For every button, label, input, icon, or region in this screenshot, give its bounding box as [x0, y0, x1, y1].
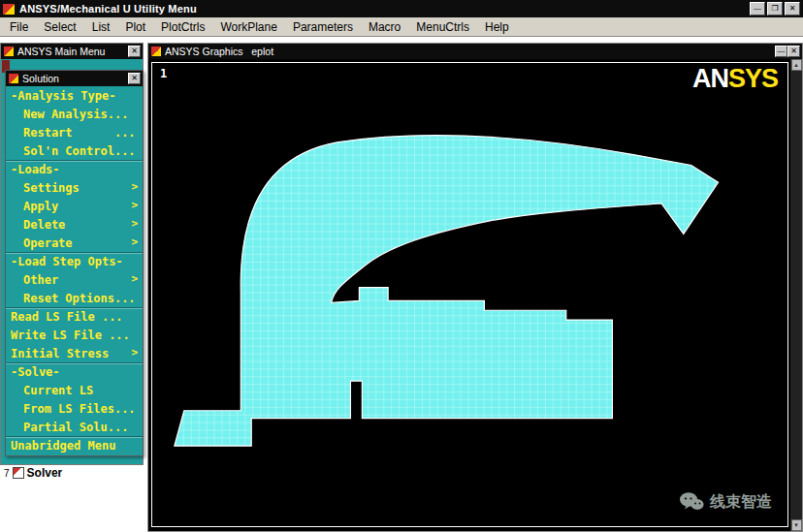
ansys-window-icon	[151, 47, 161, 56]
menu-macro[interactable]: Macro	[361, 18, 408, 36]
menu-plotctrls[interactable]: PlotCtrls	[153, 18, 212, 36]
solution-item-label: Read LS File ...	[11, 310, 123, 324]
solution-item-partial-solu[interactable]: Partial Solu...	[6, 418, 143, 436]
minimize-icon[interactable]: —	[775, 46, 787, 57]
close-icon[interactable]: ✕	[128, 73, 141, 84]
solution-item-apply[interactable]: Apply>	[6, 197, 143, 215]
menu-select[interactable]: Select	[36, 18, 83, 36]
solution-item-label: Other	[23, 273, 58, 287]
menu-file[interactable]: File	[2, 18, 36, 36]
solution-menu-list: -Analysis Type-New Analysis...Restart ..…	[6, 86, 143, 455]
menu-menuctrls[interactable]: MenuCtrls	[408, 18, 477, 36]
solution-titlebar[interactable]: Solution ✕	[6, 71, 143, 86]
graphics-title: ANSYS Graphics eplot	[165, 46, 775, 57]
solution-item-label: Current LS	[23, 384, 93, 397]
menu-bar: FileSelectListPlotPlotCtrlsWorkPlanePara…	[0, 17, 803, 37]
solution-item-new-analysis[interactable]: New Analysis...	[6, 105, 143, 123]
submenu-arrow-icon: >	[131, 180, 138, 193]
plot-id-label: 1	[160, 67, 167, 80]
vertical-scrollbar[interactable]: ▲ ▼	[790, 59, 802, 531]
solver-task-prefix: 7	[4, 468, 10, 479]
solution-item-label: Restart ...	[23, 126, 136, 140]
solver-task-label: Solver	[27, 466, 63, 480]
solution-item-from-ls-files[interactable]: From LS Files...	[6, 399, 143, 418]
solution-item-label: -Load Step Opts-	[11, 255, 123, 268]
main-menu-titlebar[interactable]: ANSYS Main Menu ✕	[1, 44, 143, 59]
utility-window-titlebar[interactable]: ANSYS/Mechanical U Utility Menu — ❒ ✕	[0, 0, 803, 17]
solution-item-restart[interactable]: Restart ...	[6, 123, 143, 141]
solution-item-label: -Analysis Type-	[11, 89, 115, 103]
mesh-plot	[152, 63, 787, 526]
ansys-window-icon	[4, 47, 14, 56]
watermark: 线束智造	[679, 491, 772, 513]
solution-item-write-ls-file[interactable]: Write LS File ...	[6, 326, 143, 344]
solution-item-operate[interactable]: Operate>	[6, 234, 143, 252]
solution-title: Solution	[22, 73, 128, 84]
submenu-arrow-icon: >	[131, 346, 138, 359]
ansys-logo-an: AN	[692, 64, 728, 93]
graphics-titlebar[interactable]: ANSYS Graphics eplot — ✕	[148, 44, 802, 59]
solution-item-reset-options[interactable]: Reset Options...	[6, 289, 143, 307]
scroll-down-icon[interactable]: ▼	[791, 519, 802, 531]
menu-workplane[interactable]: WorkPlane	[212, 18, 284, 36]
menu-list[interactable]: List	[84, 18, 118, 36]
solution-item-delete[interactable]: Delete>	[6, 215, 143, 234]
solution-item-settings[interactable]: Settings>	[6, 178, 143, 197]
solution-item-loads: -Loads-	[6, 160, 143, 178]
solution-item-label: Partial Solu...	[23, 421, 128, 434]
utility-window-title: ANSYS/Mechanical U Utility Menu	[19, 3, 750, 15]
ansys-logo-sys: SYS	[728, 64, 778, 93]
submenu-arrow-icon: >	[131, 199, 138, 211]
solution-item-label: Unabridged Menu	[11, 439, 115, 453]
close-icon[interactable]: ✕	[787, 46, 800, 57]
solution-item-label: Reset Options...	[23, 292, 136, 305]
solution-item-label: Operate	[23, 236, 73, 250]
solution-item-label: Delete	[23, 218, 65, 232]
solution-item-solve: -Solve-	[6, 362, 143, 381]
solution-item-analysis-type: -Analysis Type-	[6, 86, 143, 105]
solver-task-item[interactable]: 7 Solver	[4, 466, 62, 480]
menu-plot[interactable]: Plot	[117, 18, 153, 36]
solution-item-label: From LS Files...	[23, 402, 136, 416]
menu-parameters[interactable]: Parameters	[285, 18, 361, 36]
main-menu-title: ANSYS Main Menu	[17, 46, 128, 57]
solution-item-current-ls[interactable]: Current LS	[6, 381, 143, 399]
ansys-window-icon	[9, 74, 18, 83]
solution-item-other[interactable]: Other>	[6, 270, 143, 289]
window-controls: — ❒ ✕	[750, 2, 800, 16]
ansys-app-icon	[3, 4, 15, 15]
watermark-text: 线束智造	[710, 492, 772, 513]
solver-window-icon	[13, 467, 24, 479]
solution-window: Solution ✕ -Analysis Type-New Analysis..…	[5, 70, 144, 456]
solution-item-label: Write LS File ...	[11, 329, 130, 342]
close-icon[interactable]: ✕	[128, 46, 141, 57]
mesh-overlay	[175, 136, 719, 447]
graphics-plot-area[interactable]: 1 ANSYS 线束智造	[151, 62, 788, 527]
solution-item-label: Apply	[23, 200, 58, 213]
solution-item-label: New Analysis...	[23, 108, 128, 121]
submenu-arrow-icon: >	[131, 235, 138, 248]
solution-item-label: Initial Stress	[11, 347, 109, 360]
solution-item-unabridged-menu[interactable]: Unabridged Menu	[6, 436, 143, 454]
minimize-icon[interactable]: —	[750, 2, 765, 16]
scroll-up-icon[interactable]: ▲	[791, 59, 802, 71]
solution-item-label: -Loads-	[11, 163, 60, 176]
submenu-arrow-icon: >	[131, 217, 138, 230]
graphics-window: ANSYS Graphics eplot — ✕ 1 ANSYS	[147, 43, 803, 532]
solution-item-label: -Solve-	[11, 365, 60, 379]
solution-item-label: Sol'n Control...	[23, 144, 136, 158]
menu-help[interactable]: Help	[477, 18, 517, 36]
wechat-icon	[679, 491, 704, 513]
solution-item-sol-n-control[interactable]: Sol'n Control...	[6, 141, 143, 160]
submenu-arrow-icon: >	[131, 272, 138, 285]
solution-item-load-step-opts: -Load Step Opts-	[6, 252, 143, 270]
ansys-logo: ANSYS	[692, 64, 778, 94]
solution-item-initial-stress[interactable]: Initial Stress>	[6, 344, 143, 362]
close-icon[interactable]: ✕	[785, 2, 800, 16]
solution-item-read-ls-file[interactable]: Read LS File ...	[6, 307, 143, 326]
maximize-icon[interactable]: ❒	[767, 2, 783, 16]
solution-item-label: Settings	[23, 181, 80, 195]
